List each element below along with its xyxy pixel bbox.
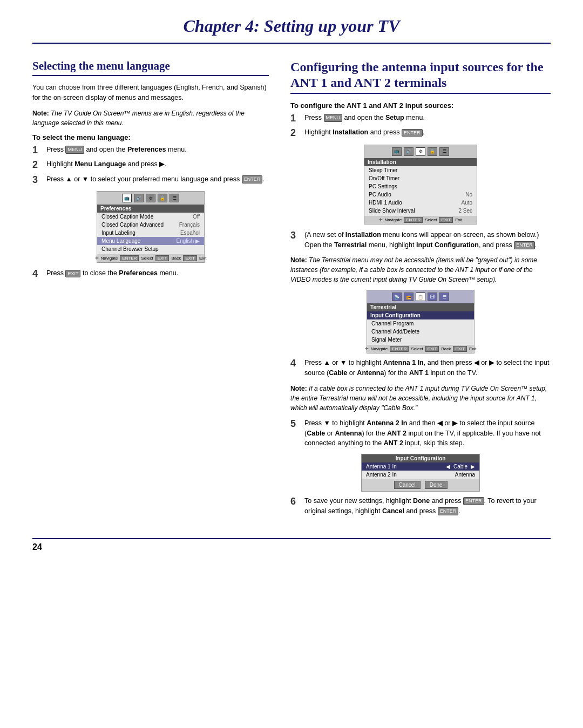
ic-row-1-highlighted: Antenna 1 In ◀ Cable ▶ — [362, 462, 479, 471]
t-icon-3: 📋 — [416, 292, 425, 301]
r-step-1-content: Press MENU and open the Setup menu. — [304, 113, 551, 125]
r-enter-btn: ENTER — [402, 129, 423, 137]
pref-label-2: Closed Caption Advanced — [101, 222, 164, 228]
right-step-3: 3 (A new set of Installation menu icons … — [290, 230, 551, 250]
pref-item-4-highlighted: Menu Language English ▶ — [97, 237, 204, 245]
preferences-bold: Preferences — [127, 146, 166, 153]
s-nav-icon: ✛ — [379, 217, 383, 222]
ti-label-2: Channel Add/Delete — [371, 329, 419, 335]
note-label: Note: — [32, 110, 49, 117]
ant2-ref-bold: ANT 2 — [384, 439, 403, 447]
t-icon-5: ☰ — [439, 292, 449, 301]
s-icon-5: ☰ — [439, 147, 449, 156]
t-icon-1: 📡 — [392, 292, 402, 301]
r-enter-btn3: ENTER — [463, 497, 484, 505]
menu-lang-bold: Menu Language — [74, 160, 126, 168]
page: Chapter 4: Setting up your TV Selecting … — [0, 0, 583, 728]
installation-bold-2: Installation — [345, 231, 381, 239]
si-label-4: PC Audio — [369, 192, 391, 198]
setup-item-1: Sleep Timer — [364, 166, 477, 174]
right-step6-list: 6 To save your new settings, highlight D… — [290, 496, 551, 516]
s-nav-exit: EXIT — [439, 217, 453, 223]
done-button[interactable]: Done — [425, 481, 448, 489]
ant2-terminal-bold: ANT 2 — [387, 430, 406, 437]
cable2-bold: Cable — [307, 430, 325, 437]
s-nav-enter: ENTER — [404, 217, 423, 223]
s-nav-navigate: Navigate — [385, 217, 402, 222]
left-body-text: You can choose from three different lang… — [32, 83, 269, 103]
s-icon-2: 🔊 — [404, 147, 413, 156]
installation-bold: Installation — [333, 128, 368, 136]
ic-arrow-left: ◀ — [446, 464, 450, 470]
screen-icons-bar: 📺 🔊 ⚙ 🔒 ☰ — [97, 192, 204, 205]
r-step-5-num: 5 — [290, 418, 300, 448]
ant2-bold: Antenna 2 In — [367, 419, 407, 427]
setup-item-4: PC Audio No — [364, 190, 477, 199]
terr-item-1: Channel Program — [367, 319, 474, 328]
step-4-num: 4 — [32, 268, 42, 280]
step-1: 1 Press MENU and open the Preferences me… — [32, 145, 269, 157]
left-step4-list: 4 Press EXIT to close the Preferences me… — [32, 268, 269, 280]
icon-1: 📺 — [122, 194, 132, 202]
r-step-5-content: Press ▼ to highlight Antenna 2 In and th… — [304, 418, 551, 448]
nav-icon: ✛ — [95, 256, 99, 261]
step-2: 2 Highlight Menu Language and press ▶. — [32, 159, 269, 171]
pref-val-2: Français — [179, 222, 200, 228]
t-nav-icon: ✛ — [365, 346, 369, 351]
si-val-4: No — [465, 192, 472, 198]
ic-label-1: Antenna 1 In — [366, 464, 397, 470]
left-steps-list: 1 Press MENU and open the Preferences me… — [32, 145, 269, 186]
input-config-screen: Input Configuration Antenna 1 In ◀ Cable… — [361, 454, 480, 492]
ant1-bold: Antenna 1 In — [383, 359, 424, 366]
r-step-2-content: Highlight Installation and press ENTER. — [304, 127, 551, 139]
right-steps-list: 1 Press MENU and open the Setup menu. 2 … — [290, 113, 551, 139]
note4-content: If a cable box is connected to the ANT 1… — [290, 385, 547, 412]
si-label-6: Slide Show Interval — [369, 208, 415, 214]
pref-item-2: Closed Caption Advanced Français — [97, 221, 204, 229]
antenna2-bold: Antenna — [335, 430, 362, 437]
terr-item-2: Channel Add/Delete — [367, 328, 474, 336]
r-step-3-num: 3 — [290, 230, 300, 250]
right-step-2: 2 Highlight Installation and press ENTER… — [290, 127, 551, 139]
icon-4: 🔒 — [158, 194, 167, 202]
setup-item-5: HDMI 1 Audio Auto — [364, 199, 477, 207]
r-menu-btn: MENU — [324, 114, 343, 122]
r-step-1-num: 1 — [290, 113, 300, 125]
setup-section-title: Installation — [364, 158, 477, 166]
ic-val-1: Cable — [453, 464, 467, 470]
pref-item-3: Input Labeling Español — [97, 229, 204, 237]
setup-screen: 📺 🔊 ⚙ 🔒 ☰ Installation Sleep Timer On/Of… — [364, 145, 477, 224]
nav-select: Select — [141, 256, 153, 261]
right-sub-heading: To configure the ANT 1 and ANT 2 input s… — [290, 101, 551, 110]
r-enter-btn2: ENTER — [514, 241, 535, 249]
nav-enter-btn: ENTER — [120, 255, 139, 261]
t-nav-back: EXIT — [425, 346, 439, 352]
s-icon-1: 📺 — [392, 147, 402, 156]
terrestrial-title: Terrestrial — [367, 303, 474, 311]
t-icon-2: 📻 — [404, 292, 413, 301]
note-content: The TV Guide On Screen™ menus are in Eng… — [32, 110, 245, 127]
exit-btn: EXIT — [65, 270, 80, 278]
step-2-num: 2 — [32, 159, 42, 171]
cancel-button[interactable]: Cancel — [394, 481, 421, 489]
right-column: Configuring the antenna input sources fo… — [290, 59, 551, 522]
right-step5-list: 5 Press ▼ to highlight Antenna 2 In and … — [290, 418, 551, 448]
terr-icons-bar: 📡 📻 📋 🎞 ☰ — [367, 290, 474, 303]
step-3-num: 3 — [32, 174, 42, 186]
ti-label-3: Signal Meter — [371, 337, 402, 343]
two-col-layout: Selecting the menu language You can choo… — [32, 59, 551, 522]
si-label-5: HDMI 1 Audio — [369, 200, 402, 206]
nav-back: Back — [171, 256, 181, 261]
si-val-6: 2 Sec — [458, 208, 472, 214]
ic-arrows-1: ◀ Cable ▶ — [446, 464, 475, 470]
step-4: 4 Press EXIT to close the Preferences me… — [32, 268, 269, 280]
page-number: 24 — [32, 542, 54, 552]
nav-exit-text: Exit — [199, 256, 206, 261]
ti-label-1: Channel Program — [371, 321, 413, 326]
cable-bold: Cable — [329, 369, 347, 377]
setup-bold: Setup — [385, 114, 404, 121]
r-step-3-content: (A new set of Installation menu icons wi… — [304, 230, 551, 250]
screen-nav-bar-1: ✛ Navigate ENTER Select EXIT Back EXIT E… — [97, 254, 204, 262]
r-step-2-num: 2 — [290, 127, 300, 139]
s-icon-3: ⚙ — [416, 147, 425, 156]
